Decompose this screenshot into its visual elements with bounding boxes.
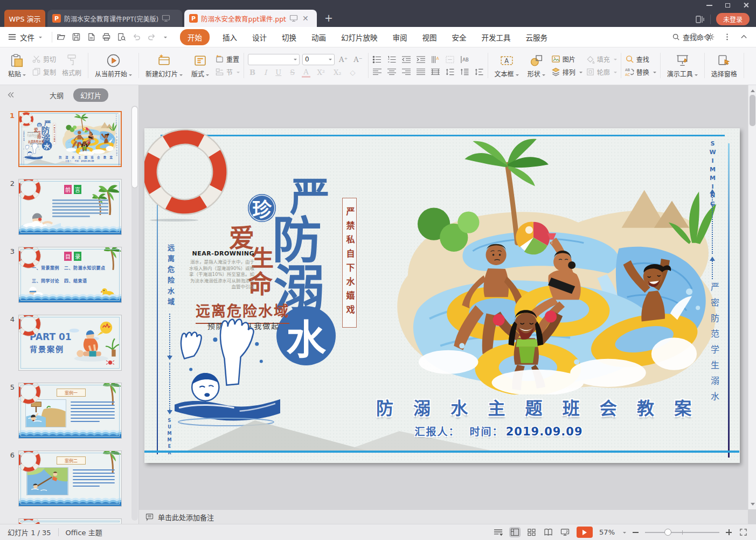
tab-insert[interactable]: 插入 <box>223 32 237 43</box>
paste-button[interactable]: 粘贴 <box>5 52 29 79</box>
play-from-current-button[interactable]: 从当前开始 <box>92 52 135 79</box>
font-size-select[interactable]: 0 <box>302 54 335 65</box>
slide-thumbnail-3[interactable]: 3 目 录 一、背景案例 二、防溺水知识要点 三、同学讨论 四、结束语 <box>0 247 129 303</box>
notes-toggle-button[interactable] <box>493 528 503 537</box>
scroll-up-icon[interactable] <box>748 85 756 94</box>
minimize-button[interactable] <box>701 0 717 10</box>
picture-button[interactable]: 图片 <box>551 54 582 64</box>
slide-thumbnail-7[interactable] <box>0 518 129 524</box>
tab-review[interactable]: 审阅 <box>393 32 407 43</box>
save-icon[interactable] <box>72 32 81 41</box>
zoom-slider-knob[interactable] <box>664 529 671 536</box>
tab-outline[interactable]: 大纲 <box>50 90 64 100</box>
close-button[interactable] <box>738 0 754 10</box>
slide-thumbnail-5[interactable]: 5 案例一 <box>0 383 129 439</box>
tab-view[interactable]: 视图 <box>422 32 437 43</box>
vertical-spacing-icon[interactable] <box>474 68 484 76</box>
canvas-scrollbar[interactable] <box>748 85 756 509</box>
paragraph-spacing-icon[interactable] <box>460 68 469 76</box>
new-tab-button[interactable]: + <box>324 13 333 23</box>
line-spacing-icon[interactable] <box>445 68 455 76</box>
view-normal-button[interactable] <box>510 528 520 537</box>
zoom-level[interactable]: 57% <box>599 528 615 536</box>
feedback-icon[interactable] <box>689 32 698 41</box>
bullet-list-icon[interactable] <box>372 56 382 64</box>
collapse-panel-icon[interactable] <box>6 91 15 99</box>
align-left-icon[interactable] <box>372 68 382 76</box>
close-tab-icon[interactable]: ✕ <box>301 15 310 22</box>
file-menu[interactable]: 文件 <box>20 32 42 43</box>
font-name-select[interactable] <box>248 54 300 65</box>
zoom-in-button[interactable] <box>726 529 732 535</box>
character-width-icon[interactable]: AB <box>460 56 469 64</box>
presentation-tools-button[interactable]: 演示工具 <box>664 52 700 79</box>
selection-pane-button[interactable]: 选择窗格 <box>709 52 740 79</box>
document-tab-active[interactable]: P 防溺水安全教育ppt课件.ppt ✕ <box>184 10 317 27</box>
increase-indent-icon[interactable] <box>416 56 426 64</box>
align-right-icon[interactable] <box>401 68 411 76</box>
tab-transition[interactable]: 切换 <box>282 32 296 43</box>
scrollbar-thumb[interactable] <box>132 107 137 188</box>
tab-home[interactable]: 开始 <box>180 29 210 45</box>
tab-design[interactable]: 设计 <box>252 32 267 43</box>
arrange-button[interactable]: 排列 <box>551 67 582 77</box>
zoom-dropdown-icon[interactable] <box>623 532 626 535</box>
theme-name[interactable]: Office 主题 <box>66 527 102 537</box>
gear-icon[interactable] <box>706 32 715 41</box>
shapes-button[interactable]: 形状 <box>525 52 548 79</box>
view-sorter-button[interactable] <box>526 528 537 537</box>
tab-animation[interactable]: 动画 <box>311 32 326 43</box>
find-button[interactable]: 查找 <box>625 54 656 64</box>
tab-list-icon[interactable] <box>695 15 705 24</box>
slide-thumbnail-4[interactable]: 4 PART 01 背景案例 <box>0 315 129 371</box>
wps-app-button[interactable]: WPS 演示 <box>4 10 45 27</box>
zoom-slider[interactable] <box>645 532 719 533</box>
scrollbar-thumb[interactable] <box>750 95 755 126</box>
open-icon[interactable] <box>57 32 66 41</box>
tab-cloud[interactable]: 云服务 <box>526 32 548 43</box>
zoom-out-button[interactable] <box>633 532 639 533</box>
increase-font-button[interactable]: A⁺ <box>337 56 349 64</box>
replace-button[interactable]: ABAC替换 <box>625 67 656 77</box>
numbered-list-icon[interactable] <box>387 56 397 64</box>
slide-1-content[interactable]: 远离危险水域 SUMMER 珍 爱 生 命 严 防 溺 水 严禁私自下水嬉戏 N… <box>144 128 739 462</box>
slide-thumbnail-6[interactable]: 6 案例二 <box>0 451 129 507</box>
tab-devtools[interactable]: 开发工具 <box>482 32 511 43</box>
document-tab-inactive[interactable]: P 防溺水安全教育课件PPT(完美版) <box>47 10 182 27</box>
view-reading-button[interactable] <box>543 528 553 537</box>
decrease-font-button[interactable]: A⁻ <box>352 56 364 64</box>
more-icon[interactable] <box>723 32 732 41</box>
hamburger-icon[interactable] <box>8 32 17 41</box>
current-slide[interactable]: 远离危险水域 SUMMER 珍 爱 生 命 严 防 溺 水 严禁私自下水嬉戏 N… <box>144 128 740 463</box>
distribute-icon[interactable] <box>431 68 440 76</box>
slide-thumbnail-1[interactable]: 1 远离危险水域 SUMMER 珍 爱 生 命 严 防 溺 水 严禁私自下水嬉戏… <box>0 111 129 167</box>
decrease-indent-icon[interactable] <box>401 56 411 64</box>
print-icon[interactable] <box>102 32 111 41</box>
export-pdf-icon[interactable] <box>87 32 96 41</box>
tab-slides[interactable]: 幻灯片 <box>73 88 108 102</box>
login-button[interactable]: 未登录 <box>716 13 750 25</box>
tab-slideshow[interactable]: 幻灯片放映 <box>341 32 378 43</box>
layout-button[interactable]: 版式 <box>189 52 212 79</box>
chevron-down-icon[interactable] <box>164 37 167 40</box>
scroll-down-icon[interactable] <box>748 501 756 509</box>
textbox-button[interactable]: A 文本框 <box>492 52 522 79</box>
print-preview-icon[interactable] <box>117 32 126 41</box>
toc-item: 三、同学讨论 <box>32 278 59 283</box>
new-slide-button[interactable]: 新建幻灯片 <box>143 52 185 79</box>
reset-button[interactable]: 重置 <box>215 54 240 64</box>
slide-thumbnail-2[interactable]: 2 前 言 <box>0 179 129 235</box>
slide-1-content[interactable]: 远离危险水域 SUMMER 珍 爱 生 命 严 防 溺 水 严禁私自下水嬉戏 N… <box>19 112 121 166</box>
justify-icon[interactable] <box>416 68 426 76</box>
maximize-button[interactable] <box>719 0 736 10</box>
tab-security[interactable]: 安全 <box>452 32 467 43</box>
drowning-man-illustration <box>25 143 43 161</box>
collapse-ribbon-icon[interactable] <box>739 32 748 41</box>
text-direction-icon[interactable]: A <box>431 56 440 64</box>
play-slideshow-button[interactable] <box>577 527 593 538</box>
align-center-icon[interactable] <box>387 68 397 76</box>
sidebar-scrollbar[interactable] <box>131 106 138 521</box>
fit-slide-button[interactable] <box>738 528 748 537</box>
notes-bar[interactable]: 单击此处添加备注 <box>139 509 748 524</box>
view-slideshow-button[interactable] <box>560 528 570 537</box>
